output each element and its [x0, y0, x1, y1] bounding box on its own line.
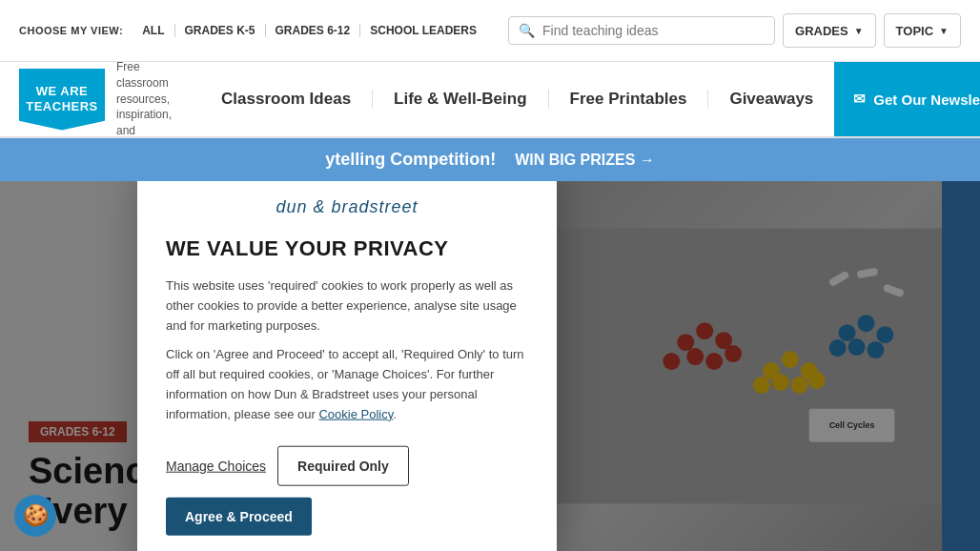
- choose-view: CHOOSE MY VIEW: ALL GRADES K-5 GRADES 6-…: [19, 24, 486, 37]
- topic-label: TOPIC: [896, 24, 934, 38]
- view-links: ALL GRADES K-5 GRADES 6-12 SCHOOL LEADER…: [133, 24, 486, 37]
- site-logo[interactable]: WE ARETEACHERS: [19, 69, 105, 131]
- newsletter-label: Get Our Newsletter: [873, 92, 980, 108]
- search-input[interactable]: [542, 23, 765, 38]
- cookie-policy-link[interactable]: Cookie Policy: [318, 406, 393, 420]
- dnb-logo: dun & bradstreet: [166, 197, 528, 217]
- banner-cta[interactable]: WIN BIG PRIZES →: [515, 152, 655, 169]
- agree-proceed-button[interactable]: Agree & Proceed: [166, 497, 312, 535]
- search-icon: 🔍: [519, 23, 535, 38]
- cookie-symbol: 🍪: [23, 503, 49, 528]
- top-bar: CHOOSE MY VIEW: ALL GRADES K-5 GRADES 6-…: [0, 0, 980, 62]
- modal-body-2: Click on 'Agree and Proceed' to accept a…: [166, 345, 528, 424]
- newsletter-button[interactable]: ✉ Get Our Newsletter: [834, 62, 980, 136]
- nav-giveaways[interactable]: Giveaways: [708, 90, 834, 109]
- logo-block: WE ARETEACHERS Free classroom resources,…: [19, 59, 172, 139]
- main-nav: Classroom Ideas Life & Well-Being Free P…: [200, 90, 834, 109]
- manage-choices-button[interactable]: Manage Choices: [166, 458, 266, 473]
- modal-actions: Manage Choices Required Only Agree & Pro…: [166, 445, 528, 535]
- nav-bar: WE ARETEACHERS Free classroom resources,…: [0, 62, 980, 138]
- grades-label: GRADES: [795, 24, 848, 38]
- cookie-icon-wrap: 🍪: [14, 495, 56, 537]
- search-area: 🔍 GRADES ▼ TOPIC ▼: [508, 13, 961, 48]
- main-content: GRADES 6-12 Science Fair Projects In Eve…: [0, 181, 980, 551]
- grades-dropdown[interactable]: GRADES ▼: [783, 13, 876, 48]
- consent-modal: dun & bradstreet WE VALUE YOUR PRIVACY T…: [137, 181, 557, 551]
- view-grades-k5[interactable]: GRADES K-5: [175, 24, 266, 37]
- modal-title: WE VALUE YOUR PRIVACY: [166, 236, 528, 261]
- view-school-leaders[interactable]: SCHOOL LEADERS: [360, 24, 486, 37]
- banner: ytelling Competition! WIN BIG PRIZES →: [0, 138, 980, 181]
- choose-label: CHOOSE MY VIEW:: [19, 25, 123, 36]
- nav-free-printables[interactable]: Free Printables: [549, 90, 709, 109]
- view-grades-612[interactable]: GRADES 6-12: [266, 24, 361, 37]
- required-only-button[interactable]: Required Only: [277, 445, 409, 485]
- topic-dropdown[interactable]: TOPIC ▼: [884, 13, 961, 48]
- email-icon: ✉: [853, 91, 866, 108]
- logo-tagline: Free classroom resources, inspiration, a…: [116, 59, 172, 139]
- banner-text: ytelling Competition!: [325, 150, 496, 170]
- nav-classroom-ideas[interactable]: Classroom Ideas: [200, 90, 373, 109]
- cookie-icon-button[interactable]: 🍪: [14, 495, 56, 537]
- topic-chevron-icon: ▼: [939, 26, 949, 36]
- modal-body-1: This website uses 'required' cookies to …: [166, 276, 528, 336]
- search-box: 🔍: [508, 16, 775, 45]
- nav-life-wellbeing[interactable]: Life & Well-Being: [373, 90, 548, 109]
- logo-text: WE ARETEACHERS: [26, 84, 98, 113]
- view-all[interactable]: ALL: [133, 24, 174, 37]
- grades-chevron-icon: ▼: [854, 26, 864, 36]
